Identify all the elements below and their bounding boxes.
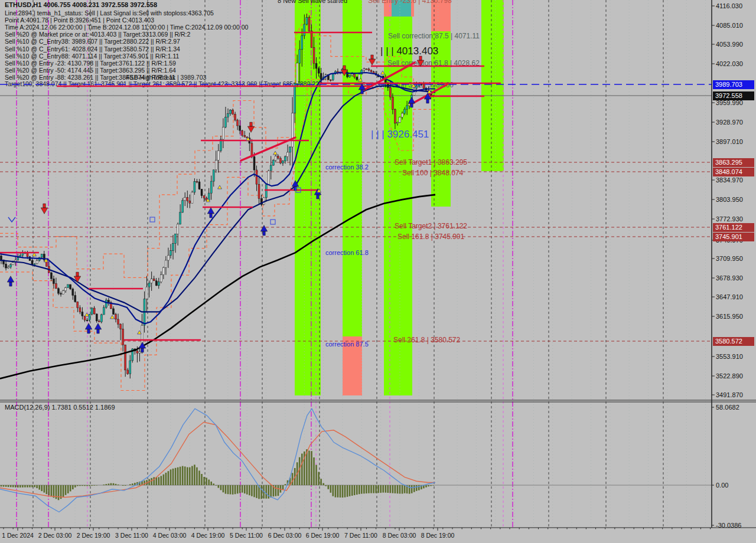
sell-entry-label: Sell Entry -23.6 | 4130.798 [368,0,452,5]
trading-chart-window: ETHUSD,H1 4006.755 4008.231 3972.558 397… [0,0,756,543]
chart-annotation-label: Sell correction 61.8 | 4028.62 [387,60,480,67]
chart-annotation-label: | | | 4013.403 [380,46,438,57]
chart-annotation-label: Sell correction 87.5 | 4071.11 [388,32,480,40]
chart-annotation-label: Sell 261.8 | 3580.572 [393,336,460,344]
chart-annotation-label: Sell Target1 | 3863.295 [395,159,467,166]
signal-info-line: Sell %20 @ Entry -50: 4174.445 || Target… [5,67,176,74]
chart-annotation-label: Sell Target2 | 3761.122 [395,223,467,230]
signal-info-line: Point A:4091.78 | Point B:3926.451 | Poi… [5,17,154,24]
targets-summary-line: Target100: 3848.074 || Target 161: 3745.… [5,81,322,88]
signal-info-line: Line:2894 | tema_h1_status: Sell | Last … [5,9,214,17]
signal-info-line: Time A:2024.12.06 22:00:00 | Time B:2024… [5,24,248,31]
macd-indicator-label: MACD(12,26,9) 1.7381 0.5512 1.1869 [5,404,115,411]
chart-text-layer: ETHUSD,H1 4006.755 4008.231 3972.558 397… [0,0,756,543]
chart-annotation-label: Sell 100 | 3848.074 [402,169,463,177]
signal-info-line: Sell %10 @ C_Entry88: 4071.114 || Target… [5,53,179,60]
chart-annotation-label: correction 38.2 [325,163,369,171]
chart-annotation-label: correction 61.8 [325,249,369,256]
signal-info-line: Sell %10 @ C_Entry38: 3989.607 || Target… [5,38,180,45]
chart-annotation-label: | | | 3926.451 [371,129,429,140]
symbol-ohlc-line: ETHUSD,H1 4006.755 4008.231 3972.558 397… [5,1,157,8]
signal-info-line: Sell %20 @ Market price or at: 4013.403 … [5,31,190,38]
chart-annotation-label: Sell correction 38.2 | 3989.60 [361,81,454,89]
chart-annotation-label: correction 87.5 [325,341,369,348]
chart-annotation-label: Sell 161.8 | 3745.901 [397,233,464,241]
signal-info-line: Sell %10 @ C_Entry61: 4028.624 || Target… [5,45,180,53]
new-sell-wave-label: 8 New Sell wave started [278,0,347,4]
signal-info-line: Sell %10 @ Entry -23: 4130.798 || Target… [5,60,176,67]
